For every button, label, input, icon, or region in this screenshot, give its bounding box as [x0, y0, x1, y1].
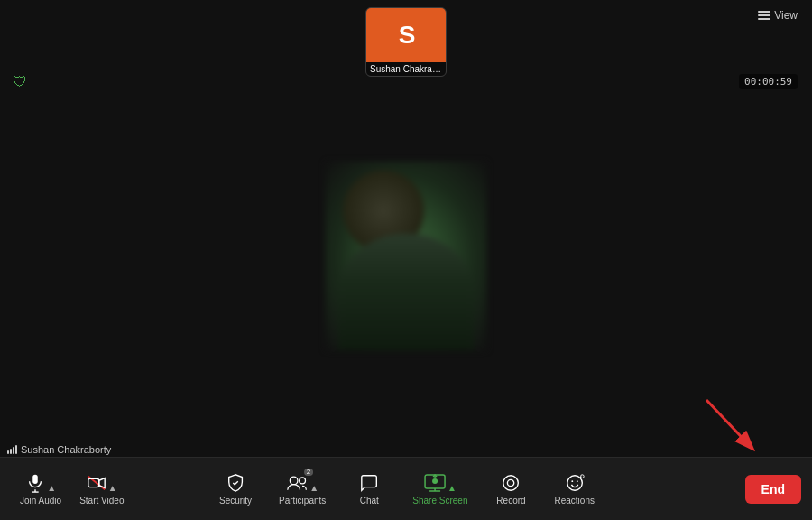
- chat-icon: [359, 473, 379, 493]
- red-arrow-annotation: [702, 395, 765, 459]
- participant-name-label: Sushan Chakrab...: [366, 62, 446, 76]
- participant-tile[interactable]: S Sushan Chakrab...: [365, 7, 447, 77]
- chat-label: Chat: [360, 496, 379, 506]
- security-tool[interactable]: Security: [208, 468, 263, 511]
- start-video-label: Start Video: [79, 496, 124, 506]
- reactions-label: Reactions: [554, 496, 594, 506]
- end-button[interactable]: End: [745, 475, 801, 504]
- svg-marker-7: [99, 478, 105, 488]
- signal-icon: [7, 445, 17, 454]
- participants-icon: 2: [286, 473, 308, 493]
- join-audio-label: Join Audio: [20, 496, 61, 506]
- record-icon: [501, 473, 521, 493]
- participants-label: Participants: [279, 496, 326, 506]
- svg-line-1: [706, 400, 752, 448]
- svg-point-9: [300, 478, 306, 484]
- toolbar-left: ▲ Join Audio ▲ Start Video: [11, 468, 133, 511]
- svg-point-18: [577, 480, 578, 482]
- svg-point-14: [503, 475, 519, 490]
- user-name-text: Sushan Chakraborty: [21, 444, 111, 455]
- toolbar-center: Security 2 ▲ Participa: [208, 468, 604, 511]
- svg-point-11: [432, 478, 438, 484]
- participants-chevron-icon[interactable]: ▲: [309, 483, 318, 493]
- toolbar-right: End: [734, 475, 801, 504]
- video-chevron-icon[interactable]: ▲: [108, 483, 117, 493]
- security-shield-icon: 🛡: [13, 74, 27, 90]
- chat-tool[interactable]: Chat: [342, 468, 396, 511]
- share-screen-label: Share Screen: [412, 496, 467, 506]
- join-audio-tool[interactable]: ▲ Join Audio: [11, 468, 70, 511]
- main-video-area: S Sushan Chakrab... View 00:00:59 🛡 Sush…: [0, 0, 812, 520]
- microphone-icon: [25, 473, 45, 493]
- record-label: Record: [496, 496, 525, 506]
- audio-chevron-icon[interactable]: ▲: [47, 483, 56, 493]
- toolbar: ▲ Join Audio ▲ Start Video: [0, 457, 812, 520]
- share-screen-tool[interactable]: ▲ Share Screen: [403, 468, 476, 511]
- svg-point-15: [508, 479, 514, 486]
- start-video-tool[interactable]: ▲ Start Video: [70, 468, 133, 511]
- meeting-timer: 00:00:59: [739, 74, 798, 89]
- avatar: S: [366, 8, 447, 62]
- participant-video: [325, 162, 487, 351]
- view-button[interactable]: View: [758, 9, 798, 22]
- view-icon: [758, 11, 770, 20]
- participants-tool[interactable]: 2 ▲ Participants: [270, 468, 335, 511]
- security-icon: [226, 473, 245, 493]
- reactions-icon: [565, 473, 585, 493]
- record-tool[interactable]: Record: [484, 468, 538, 511]
- participants-badge: 2: [304, 469, 313, 476]
- reactions-tool[interactable]: Reactions: [545, 468, 603, 511]
- svg-rect-2: [32, 474, 38, 483]
- security-label: Security: [219, 496, 252, 506]
- video-camera-icon: [87, 473, 106, 493]
- svg-point-8: [291, 477, 299, 485]
- share-screen-icon: [424, 473, 446, 493]
- user-name-bar: Sushan Chakraborty: [7, 444, 111, 455]
- share-screen-chevron-icon[interactable]: ▲: [448, 483, 457, 493]
- svg-point-17: [571, 480, 573, 482]
- view-label: View: [774, 9, 798, 22]
